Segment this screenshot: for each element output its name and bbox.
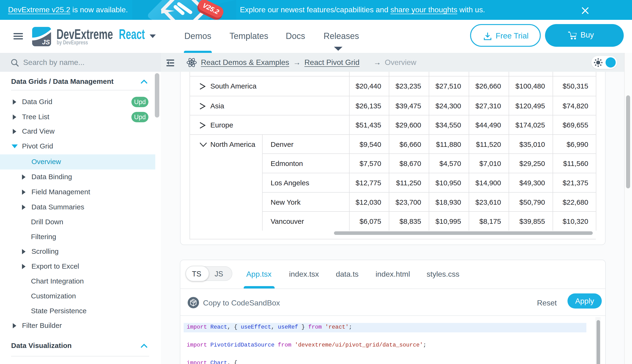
svg-text:JS: JS — [42, 39, 50, 46]
